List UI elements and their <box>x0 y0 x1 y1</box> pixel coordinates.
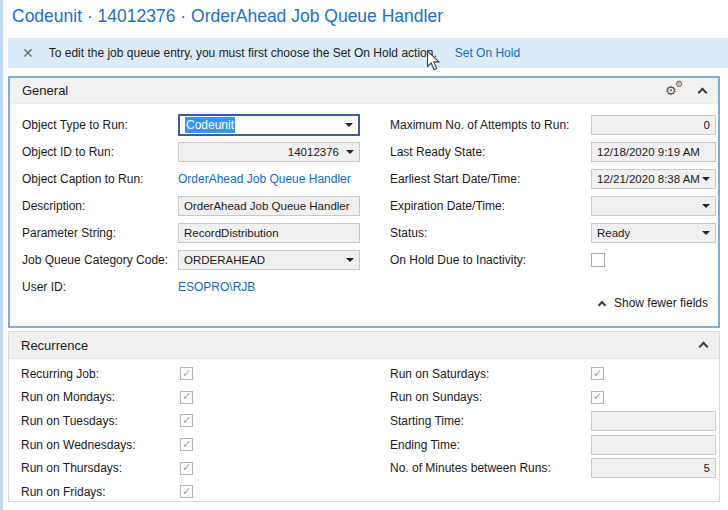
field-row: On Hold Due to Inactivity: <box>390 246 718 273</box>
field-value: RecordDistribution <box>184 227 279 239</box>
field-row: Expiration Date/Time: <box>390 192 718 219</box>
max-attempts-to-run-field[interactable]: 0 <box>591 115 716 135</box>
field-row: Earliest Start Date/Time: 12/21/2020 8:3… <box>390 165 718 192</box>
object-caption-to-run-link[interactable]: OrderAhead Job Queue Handler <box>178 172 351 186</box>
field-label: Run on Tuesdays: <box>21 414 180 428</box>
expiration-datetime-dropdown[interactable] <box>591 196 716 216</box>
last-ready-state-field[interactable]: 12/18/2020 9:19 AM <box>591 142 716 162</box>
dropdown-arrow-icon <box>702 204 710 208</box>
check-icon: ✓ <box>182 486 191 497</box>
check-icon: ✓ <box>182 391 191 402</box>
field-row: Run on Sundays: ✓ <box>390 386 718 410</box>
field-row: Status: Ready <box>390 219 718 246</box>
notification-bar: ✕ To edit the job queue entry, you must … <box>8 38 728 68</box>
general-right-column: Maximum No. of Attempts to Run: 0 Last R… <box>390 111 718 273</box>
recurrence-section-header: Recurrence <box>9 332 719 359</box>
chevron-up-icon <box>598 300 606 308</box>
parameter-string-field[interactable]: RecordDistribution <box>178 223 360 243</box>
field-row: Object ID to Run: 14012376 <box>22 138 368 165</box>
field-label: Object Type to Run: <box>22 118 178 132</box>
run-on-wednesdays-checkbox[interactable]: ✓ <box>180 438 193 451</box>
page-title: Codeunit · 14012376 · OrderAhead Job Que… <box>12 6 443 27</box>
earliest-start-datetime-dropdown[interactable]: 12/21/2020 8:38 AM <box>591 169 716 189</box>
run-on-saturdays-checkbox[interactable]: ✓ <box>591 367 604 380</box>
run-on-fridays-checkbox[interactable]: ✓ <box>180 485 193 498</box>
dropdown-arrow-icon <box>346 258 354 262</box>
notification-message: To edit the job queue entry, you must fi… <box>49 46 437 60</box>
field-label: Parameter String: <box>22 226 178 240</box>
mouse-cursor <box>426 50 441 72</box>
object-type-to-run-dropdown[interactable]: Codeunit <box>178 114 360 136</box>
job-queue-category-code-dropdown[interactable]: ORDERAHEAD <box>178 250 360 270</box>
field-label: Run on Wednesdays: <box>21 438 180 452</box>
window-edge <box>0 0 3 510</box>
run-on-mondays-checkbox[interactable]: ✓ <box>180 391 193 404</box>
field-label: Run on Sundays: <box>390 390 591 404</box>
field-row: Run on Fridays: ✓ <box>21 480 367 502</box>
field-row: Run on Thursdays: ✓ <box>21 456 367 480</box>
collapse-section-icon[interactable] <box>698 87 708 97</box>
field-label: Status: <box>390 226 591 240</box>
user-id-link[interactable]: ESOPRO\RJB <box>178 280 255 294</box>
run-on-sundays-checkbox[interactable]: ✓ <box>591 391 604 404</box>
field-row: Run on Wednesdays: ✓ <box>21 433 367 457</box>
field-row: No. of Minutes between Runs: 5 <box>390 456 718 480</box>
field-label: Object ID to Run: <box>22 145 178 159</box>
collapse-section-icon[interactable] <box>699 342 709 352</box>
field-label: Job Queue Category Code: <box>22 253 178 267</box>
check-icon: ✓ <box>593 391 602 402</box>
field-row: Parameter String: RecordDistribution <box>22 219 368 246</box>
field-label: User ID: <box>22 280 178 294</box>
close-icon[interactable]: ✕ <box>22 45 34 61</box>
field-row: Maximum No. of Attempts to Run: 0 <box>390 111 718 138</box>
field-label: On Hold Due to Inactivity: <box>390 253 591 267</box>
general-section-title: General <box>10 83 68 98</box>
customize-icon[interactable]: ⚙ ⚙ <box>665 82 687 99</box>
field-label: Expiration Date/Time: <box>390 199 591 213</box>
field-label: Starting Time: <box>390 414 591 428</box>
selected-text: Codeunit <box>185 117 235 133</box>
ending-time-field[interactable] <box>591 435 716 455</box>
general-left-column: Object Type to Run: Codeunit Object ID t… <box>22 111 368 300</box>
field-label: Object Caption to Run: <box>22 172 178 186</box>
set-on-hold-link[interactable]: Set On Hold <box>455 46 520 60</box>
field-value: Ready <box>597 227 630 239</box>
field-label: No. of Minutes between Runs: <box>390 461 591 475</box>
field-label: Recurring Job: <box>21 367 180 381</box>
dropdown-arrow-icon <box>702 231 710 235</box>
field-value: 5 <box>704 462 710 474</box>
field-row: Run on Saturdays: ✓ <box>390 362 718 386</box>
dropdown-arrow-icon <box>346 150 354 154</box>
field-row: Recurring Job: ✓ <box>21 362 367 386</box>
field-row: Run on Tuesdays: ✓ <box>21 409 367 433</box>
on-hold-due-to-inactivity-checkbox[interactable] <box>591 253 605 267</box>
run-on-tuesdays-checkbox[interactable]: ✓ <box>180 414 193 427</box>
starting-time-field[interactable] <box>591 411 716 431</box>
check-icon: ✓ <box>182 439 191 450</box>
check-icon: ✓ <box>593 368 602 379</box>
field-value: 0 <box>704 119 710 131</box>
show-fewer-label: Show fewer fields <box>614 296 708 310</box>
field-row: Run on Mondays: ✓ <box>21 386 367 410</box>
field-label: Earliest Start Date/Time: <box>390 172 591 186</box>
recurrence-section: Recurrence Recurring Job: ✓ Run on Monda… <box>8 331 720 502</box>
field-value: ORDERAHEAD <box>184 254 265 266</box>
field-value: OrderAhead Job Queue Handler <box>184 200 350 212</box>
field-value: 12/21/2020 8:38 AM <box>597 173 700 185</box>
recurrence-header-actions <box>700 340 719 350</box>
show-fewer-fields-link[interactable]: Show fewer fields <box>599 296 708 310</box>
field-label: Run on Mondays: <box>21 390 180 404</box>
recurring-job-checkbox[interactable]: ✓ <box>180 367 193 380</box>
general-header-actions: ⚙ ⚙ <box>665 82 718 99</box>
object-id-to-run-field[interactable]: 14012376 <box>178 142 360 162</box>
minutes-between-runs-field[interactable]: 5 <box>591 458 716 478</box>
field-label: Run on Saturdays: <box>390 367 591 381</box>
check-icon: ✓ <box>182 462 191 473</box>
field-label: Run on Thursdays: <box>21 461 180 475</box>
dropdown-arrow-icon <box>702 177 710 181</box>
status-dropdown[interactable]: Ready <box>591 223 716 243</box>
description-field[interactable]: OrderAhead Job Queue Handler <box>178 196 360 216</box>
general-section: General ⚙ ⚙ Object Type to Run: Codeunit… <box>8 76 720 328</box>
general-section-header: General ⚙ ⚙ <box>10 78 718 104</box>
run-on-thursdays-checkbox[interactable]: ✓ <box>180 462 193 475</box>
